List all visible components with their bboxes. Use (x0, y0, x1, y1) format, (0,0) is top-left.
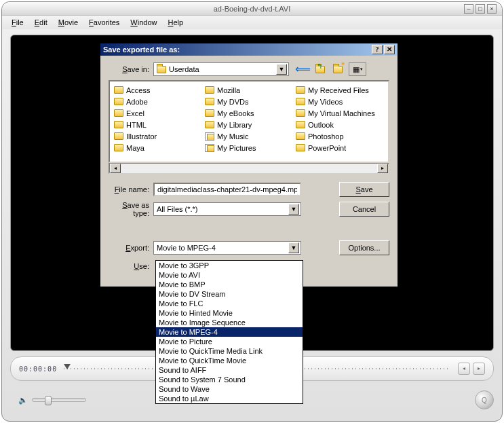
folder-item[interactable]: HTML (114, 119, 199, 130)
file-name-input[interactable] (153, 183, 301, 196)
dialog-titlebar[interactable]: Save exported file as: ? ✕ (100, 43, 398, 56)
view-menu-button[interactable]: ▦▾ (349, 62, 366, 76)
scroll-track[interactable] (121, 164, 377, 173)
folder-icon (114, 144, 123, 151)
export-option[interactable]: Sound to System 7 Sound (156, 375, 303, 384)
folder-item[interactable]: Outlook (296, 119, 381, 130)
folder-item[interactable]: My Received Files (296, 84, 381, 96)
folder-item-label: My eBooks (217, 109, 254, 117)
playhead[interactable] (64, 364, 71, 369)
window-titlebar: ad-Boeing-dv-dvd-t.AVI – □ × (2, 2, 502, 16)
maximize-button[interactable]: □ (476, 4, 485, 14)
menu-favorites[interactable]: Favorites (83, 16, 125, 29)
folder-icon (114, 98, 123, 105)
export-label: Export: (109, 244, 153, 252)
save-in-value: Userdata (169, 65, 199, 73)
save-button[interactable]: Save (339, 182, 389, 197)
folder-item[interactable]: My Music (205, 130, 290, 142)
folder-item-label: My Received Files (308, 86, 369, 94)
folder-item-label: Outlook (308, 121, 334, 129)
folder-item[interactable]: Excel (114, 107, 199, 119)
menu-edit[interactable]: Edit (29, 16, 53, 29)
folder-listing[interactable]: AccessAdobeExcelHTMLIllustratorMayaMozil… (109, 80, 389, 163)
folder-item-label: My Virtual Machines (308, 109, 375, 117)
folder-item-label: PowerPoint (308, 144, 346, 152)
menu-help[interactable]: Help (162, 16, 189, 29)
folder-item[interactable]: My Library (205, 119, 290, 130)
folder-item[interactable]: PowerPoint (296, 142, 381, 153)
folder-item[interactable]: My DVDs (205, 96, 290, 107)
horizontal-scrollbar[interactable]: ◂ ▸ (109, 163, 389, 174)
folder-item[interactable]: Access (114, 84, 199, 96)
folder-item-label: My Music (217, 132, 248, 141)
export-option[interactable]: Movie to 3GPP (156, 261, 303, 270)
chevron-down-icon[interactable]: ▼ (276, 64, 287, 75)
export-dropdown-list[interactable]: Movie to 3GPPMovie to AVIMovie to BMPMov… (155, 260, 303, 404)
folder-item-label: Adobe (126, 98, 148, 106)
options-button[interactable]: Options... (339, 240, 389, 255)
export-option[interactable]: Movie to Image Sequence (156, 318, 303, 327)
folder-item[interactable]: My eBooks (205, 107, 290, 119)
quicktime-badge: Q (475, 390, 494, 409)
export-option[interactable]: Movie to BMP (156, 280, 303, 289)
chevron-down-icon[interactable]: ▼ (288, 242, 299, 253)
new-folder-button[interactable]: ✶ (331, 62, 345, 76)
dialog-help-button[interactable]: ? (372, 45, 383, 54)
export-option[interactable]: Movie to AVI (156, 270, 303, 280)
folder-item[interactable]: My Virtual Machines (296, 107, 381, 119)
document-folder-icon (205, 132, 214, 141)
save-in-dropdown[interactable]: Userdata ▼ (153, 62, 289, 76)
minimize-button[interactable]: – (464, 4, 473, 14)
use-label: Use: (109, 262, 153, 270)
folder-item-label: My Videos (308, 98, 343, 106)
set-out-button[interactable]: ▸ (473, 363, 485, 375)
folder-icon (296, 144, 305, 151)
export-option[interactable]: Movie to Hinted Movie (156, 308, 303, 318)
window-title: ad-Boeing-dv-dvd-t.AVI (2, 5, 502, 13)
folder-item[interactable]: Adobe (114, 96, 199, 107)
folder-item[interactable]: My Videos (296, 96, 381, 107)
quicktime-player-window: ad-Boeing-dv-dvd-t.AVI – □ × File Edit M… (1, 1, 503, 422)
time-readout: 00:00:00 (19, 365, 57, 373)
menu-window[interactable]: Window (125, 16, 162, 29)
back-button[interactable]: ⟸ (296, 62, 309, 76)
dialog-title: Save exported file as: (103, 45, 180, 54)
export-option[interactable]: Sound to AIFF (156, 365, 303, 375)
folder-item[interactable]: Photoshop (296, 130, 381, 142)
menu-movie[interactable]: Movie (53, 16, 83, 29)
volume-slider[interactable] (32, 398, 86, 402)
chevron-down-icon[interactable]: ▼ (288, 204, 299, 215)
export-option[interactable]: Sound to µLaw (156, 394, 303, 403)
volume-thumb[interactable] (45, 396, 52, 405)
menu-file[interactable]: File (6, 16, 29, 29)
folder-item[interactable]: Maya (114, 142, 199, 153)
scroll-left-button[interactable]: ◂ (110, 164, 121, 173)
export-option[interactable]: Movie to Picture (156, 337, 303, 346)
folder-item-label: Illustrator (126, 132, 157, 141)
folder-item[interactable]: Mozilla (205, 84, 290, 96)
cancel-button[interactable]: Cancel (339, 202, 389, 217)
folder-item[interactable]: Illustrator (114, 130, 199, 142)
export-option[interactable]: Sound to Wave (156, 384, 303, 394)
set-in-button[interactable]: ◂ (458, 363, 470, 375)
export-dropdown[interactable]: Movie to MPEG-4 ▼ (153, 241, 301, 255)
folder-item[interactable]: My Pictures (205, 142, 290, 153)
folder-item-label: My DVDs (217, 98, 248, 106)
export-option[interactable]: Movie to QuickTime Movie (156, 356, 303, 365)
folder-icon (205, 121, 214, 128)
menu-bar: File Edit Movie Favorites Window Help (2, 16, 502, 29)
save-as-type-value: All Files (*.*) (157, 205, 198, 213)
export-option[interactable]: Movie to DV Stream (156, 289, 303, 299)
folder-icon (114, 109, 123, 117)
folder-item-label: Excel (126, 109, 144, 117)
save-as-type-dropdown[interactable]: All Files (*.*) ▼ (153, 202, 301, 216)
folder-icon (205, 109, 214, 117)
dialog-close-button[interactable]: ✕ (384, 45, 395, 54)
folder-icon (296, 109, 305, 117)
close-button[interactable]: × (487, 4, 497, 14)
up-one-level-button[interactable]: ↰ (313, 62, 327, 76)
scroll-right-button[interactable]: ▸ (377, 164, 388, 173)
export-option[interactable]: Movie to QuickTime Media Link (156, 346, 303, 356)
export-option[interactable]: Movie to FLC (156, 299, 303, 308)
export-option[interactable]: Movie to MPEG-4 (156, 327, 303, 337)
